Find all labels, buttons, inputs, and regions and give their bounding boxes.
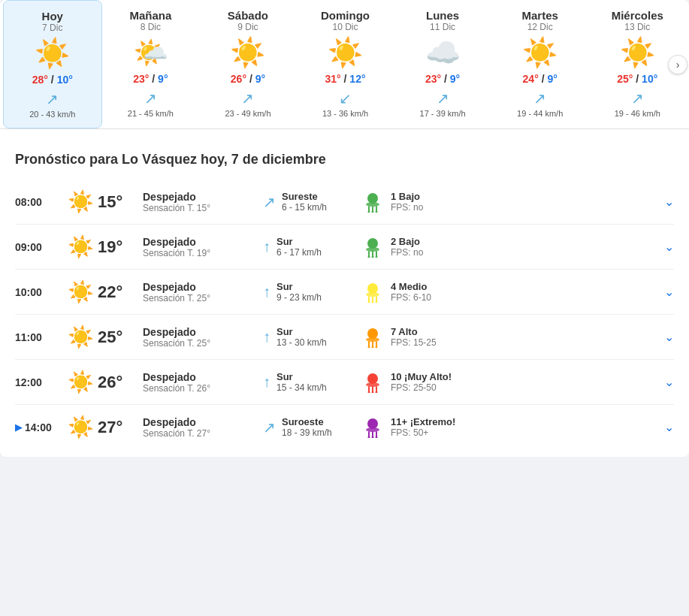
day-date: 7 Dic	[42, 23, 62, 33]
hourly-expand-button[interactable]: ⌄	[664, 330, 674, 344]
wind-speed-range: 15 - 34 km/h	[277, 382, 327, 393]
next-days-button[interactable]: ›	[668, 55, 687, 74]
weather-icon: ☀️	[64, 325, 98, 349]
weather-icon: ☀️	[64, 279, 98, 304]
sunny-icon: ☀️	[230, 38, 265, 67]
uv-fps: FPS: no	[391, 202, 423, 213]
uv-level: 11+ ¡Extremo!	[391, 416, 455, 427]
temp-high: 31°	[325, 73, 341, 85]
wind-direction-icon: ↗	[437, 89, 449, 107]
day-date: 9 Dic	[237, 22, 258, 32]
uv-icon	[361, 279, 385, 303]
wind-arrow-icon: ↗	[263, 418, 276, 436]
temp-low: 9°	[450, 73, 460, 85]
temp-high: 25°	[617, 73, 633, 85]
hour-temperature: 25°	[98, 328, 143, 347]
hourly-row: ▶ 14:00 ☀️ 27° Despejado Sensación T. 27…	[15, 405, 674, 449]
svg-point-37	[368, 391, 370, 394]
uv-fps: FPS: no	[391, 247, 423, 258]
day-card-lunes[interactable]: Lunes 11 Dic ☁️ 23° / 9° ↗ 17 - 39 km/h	[394, 0, 491, 128]
hour-time: 11:00	[15, 331, 64, 343]
day-card-sbado[interactable]: Sábado 9 Dic ☀️ 26° / 9° ↗ 23 - 49 km/h	[199, 0, 297, 128]
hour-temperature: 15°	[98, 192, 143, 212]
temp-low: 10°	[57, 74, 73, 86]
hourly-forecast-section: Pronóstico para Lo Vásquez hoy, 7 de dic…	[0, 137, 689, 457]
hour-condition: Despejado Sensación T. 25°	[143, 326, 263, 349]
svg-point-23	[376, 301, 378, 303]
expand-arrow-icon: ▶	[15, 422, 22, 433]
svg-point-38	[372, 391, 374, 394]
partly-cloudy-icon: 🌤️	[133, 38, 168, 67]
svg-point-24	[367, 328, 378, 339]
hour-uv: 4 Medio FPS: 6-10	[361, 279, 473, 305]
wind-speed: 21 - 45 km/h	[128, 109, 174, 118]
forecast-title: Pronóstico para Lo Vásquez hoy, 7 de dic…	[15, 152, 674, 168]
uv-icon	[361, 414, 385, 438]
hour-condition: Despejado Sensación T. 27°	[143, 416, 263, 439]
wind-speed: 20 - 43 km/h	[29, 110, 75, 119]
wind-direction-icon: ↗	[631, 89, 644, 107]
wind-arrow-icon: ↑	[263, 373, 270, 391]
svg-point-8	[367, 238, 378, 249]
day-name: Miércoles	[612, 9, 663, 22]
day-card-maana[interactable]: Mañana 8 Dic 🌤️ 23° / 9° ↗ 21 - 45 km/h	[102, 0, 200, 128]
day-card-hoy[interactable]: Hoy 7 Dic ☀️ 28° / 10° ↗ 20 - 43 km/h	[3, 0, 102, 128]
svg-point-16	[367, 283, 378, 294]
wind-speed: 17 - 39 km/h	[420, 109, 466, 118]
hour-wind: ↑ Sur 13 - 30 km/h	[263, 326, 361, 348]
hour-wind: ↗ Suroeste 18 - 39 km/h	[263, 416, 361, 438]
wind-arrow-icon: ↑	[263, 238, 270, 255]
wind-direction-icon: ↗	[241, 89, 254, 107]
wind-speed-range: 13 - 30 km/h	[277, 337, 327, 348]
svg-point-45	[368, 436, 370, 439]
svg-point-5	[368, 211, 370, 213]
uv-level: 7 Alto	[391, 326, 437, 337]
hour-time: ▶ 14:00	[15, 421, 64, 433]
svg-point-30	[372, 346, 374, 349]
sunny-icon: ☀️	[328, 38, 363, 67]
hourly-expand-button[interactable]: ⌄	[664, 195, 674, 209]
svg-point-39	[376, 391, 378, 394]
svg-point-6	[372, 211, 374, 213]
wind-direction: Sur	[277, 281, 322, 292]
uv-fps: FPS: 6-10	[391, 292, 431, 303]
day-date: 8 Dic	[141, 22, 161, 32]
hour-condition: Despejado Sensación T. 19°	[143, 236, 263, 258]
hour-wind: ↑ Sur 9 - 23 km/h	[263, 281, 361, 303]
day-name: Sábado	[228, 9, 268, 22]
uv-fps: FPS: 25-50	[391, 382, 452, 393]
hour-temperature: 26°	[98, 373, 143, 392]
hour-time: 09:00	[15, 241, 64, 253]
svg-point-31	[376, 346, 378, 349]
temp-high: 26°	[231, 73, 246, 85]
hour-uv: 1 Bajo FPS: no	[361, 189, 473, 215]
wind-arrow-icon: ↑	[263, 328, 270, 346]
wind-direction-icon: ↗	[46, 90, 59, 108]
temp-high: 24°	[523, 73, 539, 85]
wind-speed: 19 - 46 km/h	[615, 109, 660, 118]
hour-time: 10:00	[15, 286, 64, 298]
hourly-list: 08:00 ☀️ 15° Despejado Sensación T. 15° …	[15, 180, 674, 449]
svg-point-13	[368, 256, 370, 258]
day-card-domingo[interactable]: Domingo 10 Dic ☀️ 31° / 12° ↙ 13 - 36 km…	[297, 0, 394, 128]
day-date: 10 Dic	[333, 22, 358, 32]
hourly-row: 12:00 ☀️ 26° Despejado Sensación T. 26° …	[15, 360, 674, 405]
uv-icon	[361, 189, 385, 213]
hour-uv: 11+ ¡Extremo! FPS: 50+	[361, 414, 473, 440]
temp-low: 9°	[255, 73, 265, 85]
day-card-martes[interactable]: Martes 12 Dic ☀️ 24° / 9° ↗ 19 - 44 km/h	[491, 0, 589, 128]
svg-point-29	[368, 346, 370, 349]
temp-low: 12°	[349, 73, 365, 85]
hourly-expand-button[interactable]: ⌄	[664, 240, 674, 254]
day-date: 12 Dic	[527, 22, 553, 32]
svg-point-21	[368, 301, 370, 303]
hourly-expand-button[interactable]: ⌄	[664, 375, 674, 389]
hourly-expand-button[interactable]: ⌄	[664, 420, 674, 434]
wind-speed: 23 - 49 km/h	[225, 109, 270, 118]
temp-low: 10°	[642, 73, 657, 85]
svg-point-7	[376, 211, 378, 213]
hour-wind: ↑ Sur 6 - 17 km/h	[263, 236, 361, 258]
wind-direction: Sur	[277, 326, 327, 337]
hourly-expand-button[interactable]: ⌄	[664, 285, 674, 299]
weather-icon: ☀️	[64, 370, 98, 394]
